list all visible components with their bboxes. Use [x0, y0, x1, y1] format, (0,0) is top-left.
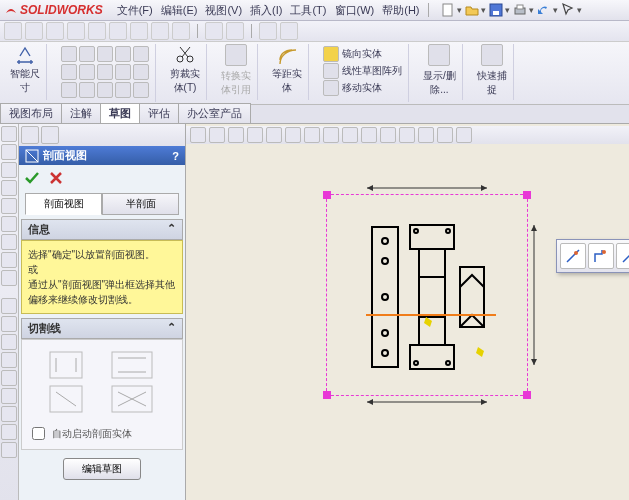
menu-view[interactable]: 视图(V) — [205, 3, 242, 18]
new-button[interactable]: ▾ — [440, 2, 462, 18]
tb-icon[interactable] — [88, 22, 106, 40]
menu-help[interactable]: 帮助(H) — [382, 3, 419, 18]
tab-annotation[interactable]: 注解 — [61, 103, 101, 123]
text-tool[interactable] — [61, 82, 77, 98]
lt-icon[interactable] — [1, 334, 17, 350]
ellipse-tool[interactable] — [97, 64, 113, 80]
circle-tool[interactable] — [79, 46, 95, 62]
panel-help[interactable]: ? — [172, 150, 179, 162]
lt-icon[interactable] — [1, 252, 17, 268]
lt-icon[interactable] — [1, 216, 17, 232]
menu-tools[interactable]: 工具(T) — [290, 3, 326, 18]
tab-sketch[interactable]: 草图 — [100, 103, 140, 123]
ct-icon[interactable] — [209, 127, 225, 143]
arc-tool[interactable] — [97, 46, 113, 62]
plane-tool[interactable] — [79, 82, 95, 98]
popup-offset-aligned[interactable] — [588, 243, 614, 269]
tb-icon[interactable] — [130, 22, 148, 40]
ct-icon[interactable] — [266, 127, 282, 143]
slot-tool[interactable] — [61, 64, 77, 80]
ct-icon[interactable] — [285, 127, 301, 143]
ct-icon[interactable] — [247, 127, 263, 143]
tb-icon[interactable] — [4, 22, 22, 40]
ribbon-offset[interactable]: 等距实 体 — [266, 44, 309, 100]
tab-office[interactable]: 办公室产品 — [178, 103, 251, 123]
tb-icon[interactable] — [226, 22, 244, 40]
ribbon-move[interactable]: 移动实体 — [323, 80, 402, 96]
save-button[interactable]: ▾ — [488, 2, 510, 18]
menu-insert[interactable]: 插入(I) — [250, 3, 282, 18]
lt-icon[interactable] — [1, 442, 17, 458]
cancel-icon[interactable] — [47, 169, 65, 187]
lt-icon[interactable] — [1, 316, 17, 332]
ribbon-quick-snap[interactable]: 快速捕 捉 — [471, 44, 514, 100]
ct-icon[interactable] — [380, 127, 396, 143]
lt-icon[interactable] — [1, 270, 17, 286]
popup-offset-single[interactable] — [560, 243, 586, 269]
point-tool[interactable] — [133, 64, 149, 80]
cutline-options-icon[interactable] — [42, 346, 162, 416]
tb-icon[interactable] — [109, 22, 127, 40]
panel-tab-feature-tree[interactable] — [21, 126, 39, 144]
tb-icon[interactable] — [46, 22, 64, 40]
fillet-tool[interactable] — [115, 64, 131, 80]
spline-tool[interactable] — [115, 46, 131, 62]
info-header[interactable]: 信息⌃ — [21, 219, 183, 240]
lt-icon[interactable] — [1, 388, 17, 404]
ribbon-smart-dimension[interactable]: 智能尺 寸 — [4, 44, 47, 100]
graphics-area[interactable] — [186, 124, 629, 500]
ct-icon[interactable] — [304, 127, 320, 143]
tb-icon[interactable] — [25, 22, 43, 40]
lt-icon[interactable] — [1, 144, 17, 160]
ok-icon[interactable] — [23, 169, 41, 187]
tb-icon[interactable] — [151, 22, 169, 40]
auto-start-checkbox[interactable]: 自动启动剖面实体 — [28, 424, 176, 443]
panel-tab-property[interactable] — [41, 126, 59, 144]
tb-icon[interactable] — [205, 22, 223, 40]
lt-icon[interactable] — [1, 234, 17, 250]
ct-icon[interactable] — [399, 127, 415, 143]
lt-icon[interactable] — [1, 198, 17, 214]
ribbon-show-hide[interactable]: 显示/删 除... — [417, 44, 463, 100]
lt-icon[interactable] — [1, 126, 17, 142]
rect-tool[interactable] — [133, 46, 149, 62]
tab-view-layout[interactable]: 视图布局 — [0, 103, 62, 123]
lt-icon[interactable] — [1, 352, 17, 368]
ct-icon[interactable] — [437, 127, 453, 143]
line-tool[interactable] — [61, 46, 77, 62]
ct-icon[interactable] — [190, 127, 206, 143]
subtab-half-section[interactable]: 半剖面 — [102, 193, 179, 215]
ct-icon[interactable] — [228, 127, 244, 143]
edit-sketch-button[interactable]: 编辑草图 — [63, 458, 141, 480]
undo-button[interactable]: ▾ — [536, 2, 558, 18]
subtab-section[interactable]: 剖面视图 — [25, 193, 102, 215]
ct-icon[interactable] — [323, 127, 339, 143]
tab-evaluate[interactable]: 评估 — [139, 103, 179, 123]
menu-file[interactable]: 文件(F) — [117, 3, 153, 18]
tb-cursor-icon[interactable] — [259, 22, 277, 40]
ct-icon[interactable] — [456, 127, 472, 143]
lt-icon[interactable] — [1, 424, 17, 440]
menu-window[interactable]: 窗口(W) — [335, 3, 375, 18]
lt-icon[interactable] — [1, 298, 17, 314]
ct-icon[interactable] — [418, 127, 434, 143]
lt-icon[interactable] — [1, 180, 17, 196]
open-button[interactable]: ▾ — [464, 2, 486, 18]
lt-icon[interactable] — [1, 370, 17, 386]
ct-icon[interactable] — [342, 127, 358, 143]
ct-icon[interactable] — [361, 127, 377, 143]
lt-icon[interactable] — [1, 162, 17, 178]
popup-offset-arc[interactable] — [616, 243, 629, 269]
tb-icon[interactable] — [172, 22, 190, 40]
ribbon-linear-pattern[interactable]: 线性草图阵列 — [323, 63, 402, 79]
poly-tool[interactable] — [79, 64, 95, 80]
print-button[interactable]: ▾ — [512, 2, 534, 18]
tb-icon[interactable] — [67, 22, 85, 40]
ribbon-trim[interactable]: 剪裁实 体(T) — [164, 44, 207, 100]
ribbon-mirror[interactable]: 镜向实体 — [323, 46, 402, 62]
select-button[interactable]: ▾ — [560, 2, 582, 18]
lt-icon[interactable] — [1, 406, 17, 422]
tb-icon[interactable] — [280, 22, 298, 40]
ribbon-convert[interactable]: 转换实 体引用 — [215, 44, 258, 100]
menu-edit[interactable]: 编辑(E) — [161, 3, 198, 18]
